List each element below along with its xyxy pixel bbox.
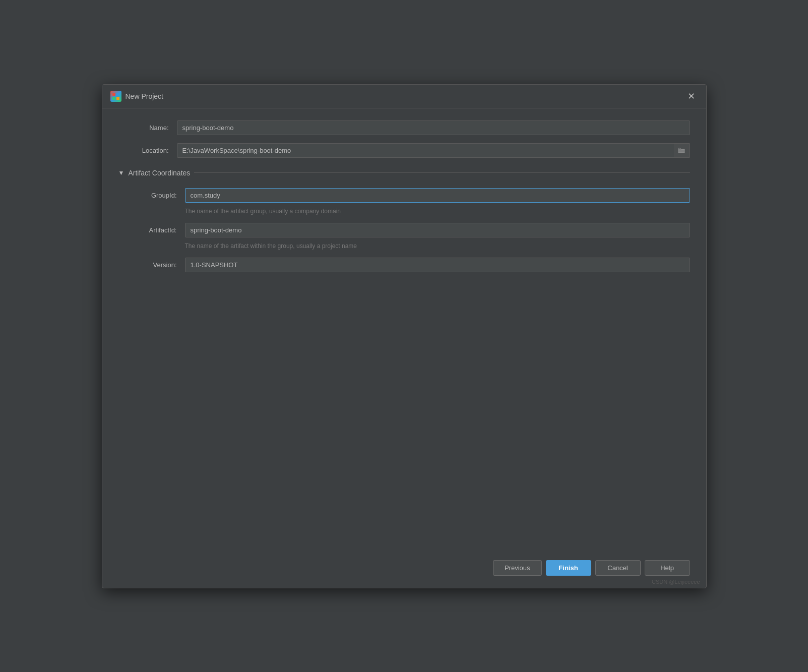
groupid-label: GroupId: xyxy=(127,192,177,199)
groupid-hint: The name of the artifact group, usually … xyxy=(127,208,690,215)
artifactid-hint: The name of the artifact within the grou… xyxy=(127,242,690,250)
watermark: CSDN @Leijieeeee xyxy=(652,579,700,585)
location-row: Location: xyxy=(118,143,690,158)
content-spacer xyxy=(118,280,690,540)
location-label: Location: xyxy=(118,147,169,154)
name-label: Name: xyxy=(118,124,169,132)
artifact-section-title: Artifact Coordinates xyxy=(128,169,190,177)
new-project-dialog: New Project ✕ Name: Location: xyxy=(102,84,707,588)
dialog-title: New Project xyxy=(126,92,163,100)
finish-button[interactable]: Finish xyxy=(546,560,591,576)
section-divider xyxy=(194,172,690,173)
browse-folder-button[interactable] xyxy=(674,143,690,158)
app-icon xyxy=(110,91,121,102)
artifactid-input[interactable] xyxy=(185,223,690,237)
button-row: Previous Finish Cancel Help xyxy=(102,552,706,588)
svg-rect-0 xyxy=(112,93,115,96)
collapse-arrow-icon: ▼ xyxy=(118,169,125,176)
cancel-button[interactable]: Cancel xyxy=(595,560,641,576)
artifact-section-header[interactable]: ▼ Artifact Coordinates xyxy=(118,166,690,180)
name-input[interactable] xyxy=(177,120,690,135)
title-bar-left: New Project xyxy=(110,91,163,102)
svg-rect-3 xyxy=(116,97,119,100)
previous-button[interactable]: Previous xyxy=(493,560,542,576)
help-button[interactable]: Help xyxy=(645,560,690,576)
location-input[interactable] xyxy=(177,143,690,158)
location-input-wrapper xyxy=(177,143,690,158)
title-bar: New Project ✕ xyxy=(102,85,706,108)
groupid-input[interactable] xyxy=(185,188,690,203)
version-row: Version: xyxy=(127,258,690,272)
groupid-row: GroupId: xyxy=(127,188,690,203)
dialog-content: Name: Location: ▼ Artifact Coordinates xyxy=(102,108,706,552)
version-input[interactable] xyxy=(185,258,690,272)
artifact-section-content: GroupId: The name of the artifact group,… xyxy=(118,188,690,272)
svg-rect-2 xyxy=(112,97,115,100)
artifactid-label: ArtifactId: xyxy=(127,226,177,234)
close-button[interactable]: ✕ xyxy=(685,90,698,103)
version-label: Version: xyxy=(127,261,177,269)
name-row: Name: xyxy=(118,120,690,135)
svg-rect-1 xyxy=(116,93,119,96)
artifactid-row: ArtifactId: xyxy=(127,223,690,237)
